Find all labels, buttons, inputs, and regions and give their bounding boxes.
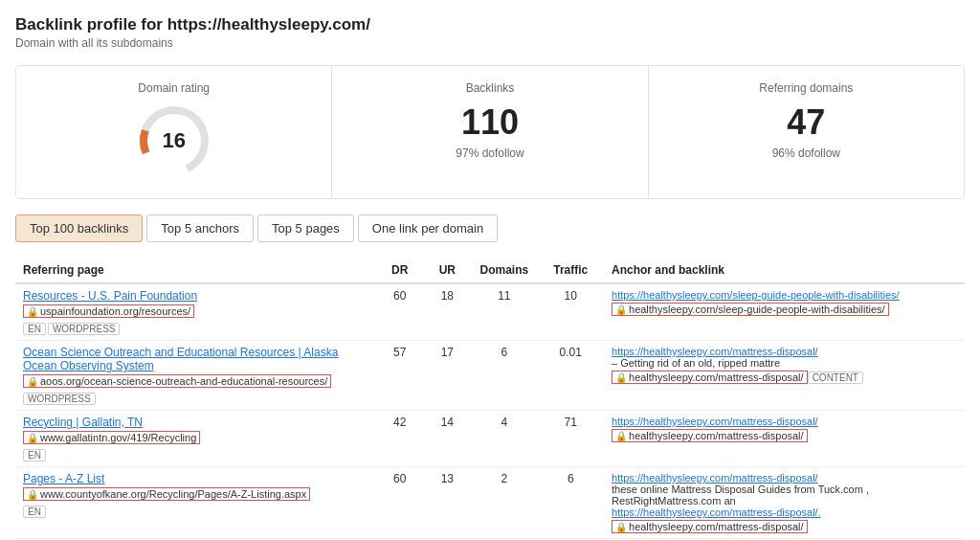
traffic-value: 10	[538, 283, 604, 341]
ref-title-link[interactable]: Resources - U.S. Pain Foundation	[23, 289, 368, 303]
stat-backlinks: Backlinks 110 97% dofollow	[332, 66, 648, 198]
anchor-url2-link[interactable]: https://healthysleepy.com/mattress-dispo…	[612, 506, 957, 518]
anchor-url-link[interactable]: https://healthysleepy.com/mattress-dispo…	[612, 416, 957, 427]
referring-page-cell: Resources - U.S. Pain Foundation🔒uspainf…	[15, 283, 376, 341]
domains-value: 2	[471, 467, 537, 539]
badge-wordpress: WORDPRESS	[48, 323, 121, 335]
domains-value: 4	[471, 411, 537, 467]
anchor-cell: https://healthysleepy.com/sleep-guide-pe…	[604, 283, 965, 341]
table-row: Ocean Science Outreach and Educational R…	[15, 341, 965, 411]
anchor-cell: https://healthysleepy.com/mattress-dispo…	[604, 467, 965, 539]
col-header-traffic: Traffic	[538, 258, 604, 283]
anchor-cell: https://healthysleepy.com/mattress-dispo…	[604, 341, 965, 411]
col-header-referring-page: Referring page	[15, 258, 376, 283]
anchor-extra-text: – Getting rid of an old, ripped mattre	[612, 357, 957, 369]
backlinks-label: Backlinks	[355, 81, 624, 95]
ref-title-link[interactable]: Recycling | Gallatin, TN	[23, 416, 368, 429]
dr-value: 60	[376, 467, 424, 539]
ur-value: 13	[424, 467, 472, 539]
tab-top-5-anchors[interactable]: Top 5 anchors	[146, 214, 254, 242]
ref-title-link[interactable]: Ocean Science Outreach and Educational R…	[23, 346, 368, 372]
dr-value: 42	[376, 411, 424, 467]
backlinks-value: 110	[355, 102, 624, 143]
table-row: Recycling | Gallatin, TN🔒www.gallatintn.…	[15, 411, 965, 467]
anchor-url-link[interactable]: https://healthysleepy.com/mattress-dispo…	[612, 472, 957, 484]
referring-page-cell: Recycling | Gallatin, TN🔒www.gallatintn.…	[15, 411, 376, 467]
domain-rating-label: Domain rating	[39, 81, 308, 95]
badge-en: EN	[23, 323, 46, 335]
traffic-value: 71	[538, 411, 604, 467]
tab-top-100-backlinks[interactable]: Top 100 backlinks	[15, 214, 143, 242]
traffic-value: 6	[538, 467, 604, 539]
tabs-row: Top 100 backlinksTop 5 anchorsTop 5 page…	[15, 214, 965, 242]
domain-rating-gauge: 16	[136, 102, 212, 179]
anchor-link[interactable]: 🔒healthysleepy.com/mattress-disposal/	[612, 429, 808, 442]
ref-url-link[interactable]: 🔒www.countyofkane.org/Recycling/Pages/A-…	[23, 487, 310, 501]
referring-domains-sub: 96% dofollow	[672, 146, 941, 160]
col-header-domains: Domains	[471, 258, 537, 283]
content-badge: CONTENT	[808, 371, 863, 384]
table-row: Pages - A-Z List🔒www.countyofkane.org/Re…	[15, 467, 965, 539]
badge-en: EN	[23, 506, 46, 518]
col-header-dr: DR	[376, 258, 424, 283]
anchor-url-link[interactable]: https://healthysleepy.com/sleep-guide-pe…	[612, 289, 957, 301]
stats-row: Domain rating 16 Backlinks 110 97% dofol…	[15, 65, 965, 199]
dr-value: 60	[376, 283, 424, 341]
table-row: Resources - U.S. Pain Foundation🔒uspainf…	[15, 283, 965, 341]
badge-en: EN	[23, 449, 46, 461]
tab-one-link-per-domain[interactable]: One link per domain	[358, 214, 498, 242]
page-header: Backlink profile for https://healthyslee…	[15, 15, 965, 50]
anchor-link[interactable]: 🔒healthysleepy.com/mattress-disposal/	[612, 520, 808, 533]
col-header-anchor: Anchor and backlink	[604, 258, 965, 283]
anchor-link[interactable]: 🔒healthysleepy.com/sleep-guide-people-wi…	[612, 303, 889, 316]
referring-page-cell: Ocean Science Outreach and Educational R…	[15, 341, 376, 411]
stat-domain-rating: Domain rating 16	[16, 66, 332, 198]
referring-domains-value: 47	[672, 102, 941, 143]
anchor-link[interactable]: 🔒healthysleepy.com/mattress-disposal/	[612, 371, 808, 384]
ur-value: 18	[424, 283, 472, 341]
ref-url-link[interactable]: 🔒aoos.org/ocean-science-outreach-and-edu…	[23, 374, 331, 388]
col-header-ur: UR	[424, 258, 472, 283]
domains-value: 6	[471, 341, 537, 411]
anchor-extra-text: these online Mattress Disposal Guides fr…	[612, 484, 957, 506]
badge-wordpress: WORDPRESS	[23, 393, 96, 405]
tab-top-5-pages[interactable]: Top 5 pages	[257, 214, 354, 242]
ur-value: 17	[424, 341, 472, 411]
traffic-value: 0.01	[538, 341, 604, 411]
page-title: Backlink profile for https://healthyslee…	[15, 15, 965, 34]
ref-title-link[interactable]: Pages - A-Z List	[23, 472, 368, 485]
ur-value: 14	[424, 411, 472, 467]
ref-url-link[interactable]: 🔒www.gallatintn.gov/419/Recycling	[23, 431, 200, 444]
dr-value: 57	[376, 341, 424, 411]
anchor-cell: https://healthysleepy.com/mattress-dispo…	[604, 411, 965, 467]
referring-page-cell: Pages - A-Z List🔒www.countyofkane.org/Re…	[15, 467, 376, 539]
ref-url-link[interactable]: 🔒uspainfoundation.org/resources/	[23, 304, 194, 318]
backlinks-sub: 97% dofollow	[355, 146, 624, 160]
domains-value: 11	[471, 283, 537, 341]
referring-domains-label: Referring domains	[672, 81, 941, 95]
domain-rating-value: 16	[162, 128, 185, 153]
backlinks-table: Referring page DR UR Domains Traffic Anc…	[15, 258, 965, 540]
stat-referring-domains: Referring domains 47 96% dofollow	[649, 66, 964, 198]
page-subtitle: Domain with all its subdomains	[15, 36, 965, 50]
anchor-url-link[interactable]: https://healthysleepy.com/mattress-dispo…	[612, 346, 957, 357]
